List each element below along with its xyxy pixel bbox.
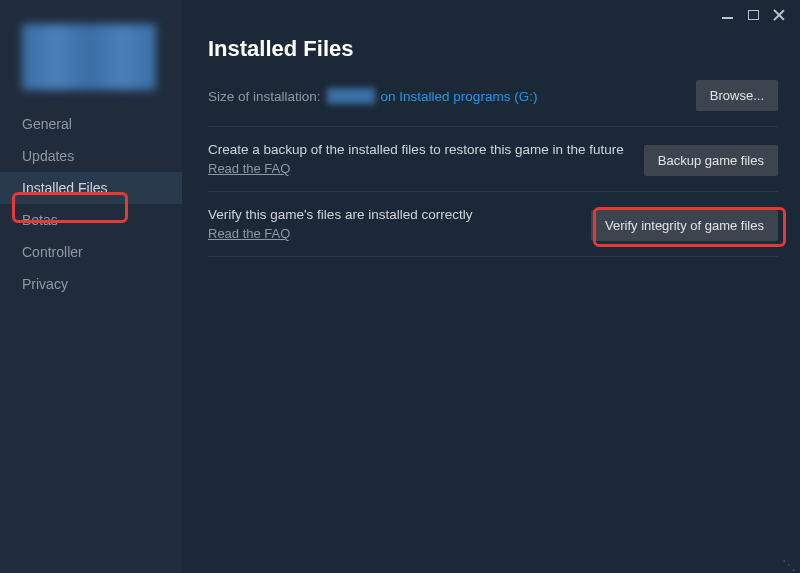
resize-handle[interactable] [784,557,796,569]
backup-faq-link[interactable]: Read the FAQ [208,161,290,176]
install-disk-link[interactable]: on Installed programs (G:) [381,89,538,104]
backup-text: Create a backup of the installed files t… [208,141,628,177]
window-controls [706,0,800,30]
nav-list: General Updates Installed Files Betas Co… [0,108,182,300]
verify-faq-link[interactable]: Read the FAQ [208,226,290,241]
sidebar-item-installed-files[interactable]: Installed Files [0,172,182,204]
sidebar-item-updates[interactable]: Updates [0,140,182,172]
verify-button[interactable]: Verify integrity of game files [591,210,778,241]
verify-desc: Verify this game's files are installed c… [208,206,575,224]
verify-section: Verify this game's files are installed c… [208,206,778,257]
close-button[interactable] [772,8,786,22]
close-icon [773,9,785,21]
backup-section: Create a backup of the installed files t… [208,141,778,192]
install-size-label: Size of installation: [208,89,321,104]
sidebar-item-general[interactable]: General [0,108,182,140]
page-title: Installed Files [208,36,778,62]
sidebar-item-privacy[interactable]: Privacy [0,268,182,300]
install-size-value-redacted [327,88,375,104]
minimize-button[interactable] [720,8,734,22]
sidebar: General Updates Installed Files Betas Co… [0,0,182,573]
divider [208,126,778,127]
maximize-icon [748,10,759,20]
install-size-row: Size of installation: on Installed progr… [208,88,778,104]
verify-text: Verify this game's files are installed c… [208,206,575,242]
main-panel: Installed Files Size of installation: on… [182,0,800,573]
backup-desc: Create a backup of the installed files t… [208,141,628,159]
sidebar-item-controller[interactable]: Controller [0,236,182,268]
browse-button[interactable]: Browse... [696,80,778,111]
backup-button[interactable]: Backup game files [644,145,778,176]
game-artwork [22,24,156,90]
sidebar-item-betas[interactable]: Betas [0,204,182,236]
minimize-icon [722,17,733,19]
maximize-button[interactable] [746,8,760,22]
